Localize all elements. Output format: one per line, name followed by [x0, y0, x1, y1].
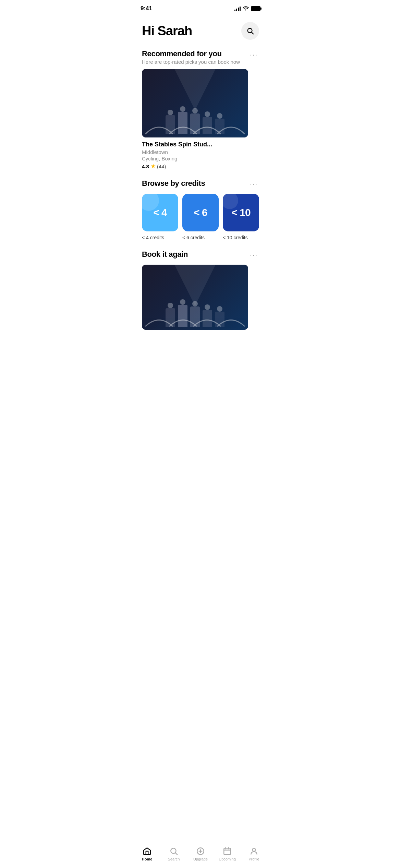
card-type: Cycling, Boxing — [142, 156, 259, 161]
recommended-card[interactable]: The Stables Spin Stud... Middletown Cycl… — [142, 69, 259, 169]
header-row: Hi Sarah — [142, 22, 259, 40]
credit-label-6: < 6 — [194, 207, 207, 218]
battery-icon — [251, 6, 260, 11]
recommended-section: Recommended for you Here are top-rated p… — [142, 49, 259, 169]
star-icon: ★ — [151, 163, 155, 169]
credit-label-10: < 10 — [231, 207, 250, 218]
book-again-card-image — [142, 265, 248, 330]
status-icons — [234, 6, 260, 12]
search-button[interactable] — [241, 22, 259, 40]
main-content: Hi Sarah Recommended for you Here are to… — [134, 15, 267, 330]
wifi-icon — [243, 6, 249, 12]
signal-icon — [234, 6, 241, 11]
recommended-more-button[interactable]: ··· — [248, 49, 259, 60]
rating-value: 4.8 — [142, 164, 149, 169]
recommended-subtitle: Here are top-rated picks you can book no… — [142, 59, 240, 65]
credit-card-10[interactable]: < 10 — [223, 194, 259, 231]
credits-sublabel-4: < 4 credits — [142, 235, 178, 240]
book-again-more-button[interactable]: ··· — [248, 250, 259, 261]
credit-card-4[interactable]: < 4 — [142, 194, 178, 231]
book-again-title: Book it again — [142, 250, 188, 259]
greeting: Hi Sarah — [142, 24, 192, 38]
card-location: Middletown — [142, 149, 259, 155]
credits-section: Browse by credits ··· < 4 < 6 < 10 < 4 c… — [142, 179, 259, 240]
card-rating: 4.8 ★ (44) — [142, 163, 259, 169]
book-again-card[interactable] — [142, 265, 259, 330]
recommended-card-image — [142, 69, 248, 137]
recommended-header: Recommended for you Here are top-rated p… — [142, 49, 259, 65]
credits-sublabel-6: < 6 credits — [182, 235, 219, 240]
credits-sublabel-10: < 10 credits — [223, 235, 259, 240]
book-again-section: Book it again ··· — [142, 250, 259, 330]
recommended-title: Recommended for you — [142, 49, 240, 58]
credit-card-6[interactable]: < 6 — [182, 194, 219, 231]
status-bar: 9:41 — [134, 0, 267, 15]
credits-more-button[interactable]: ··· — [248, 179, 259, 190]
credits-header: Browse by credits ··· — [142, 179, 259, 190]
book-again-header: Book it again ··· — [142, 250, 259, 261]
search-icon — [246, 27, 254, 35]
card-name: The Stables Spin Stud... — [142, 141, 259, 148]
credits-grid: < 4 < 6 < 10 — [142, 194, 259, 231]
credits-labels: < 4 credits < 6 credits < 10 credits — [142, 235, 259, 240]
status-time: 9:41 — [141, 5, 152, 12]
rating-count: (44) — [157, 164, 166, 169]
svg-line-1 — [252, 32, 253, 34]
credits-title: Browse by credits — [142, 179, 205, 188]
